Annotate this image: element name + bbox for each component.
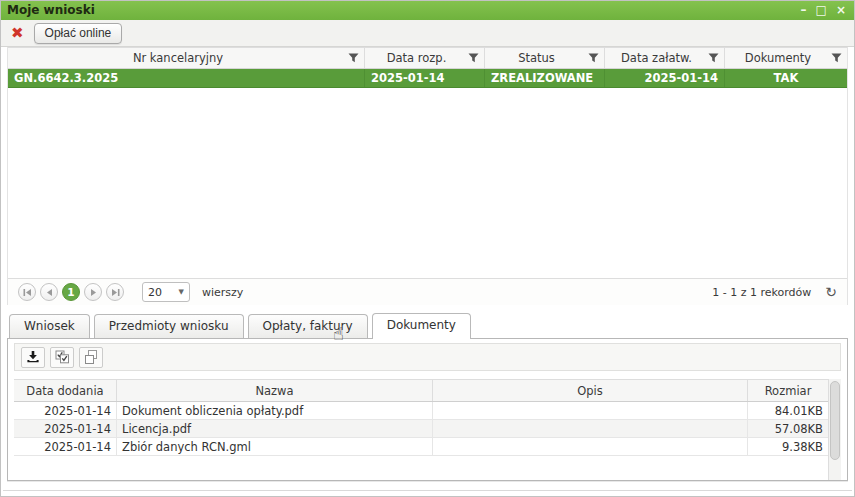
cell-data-rozp: 2025-01-14 bbox=[365, 69, 485, 87]
requests-grid-header: Nr kancelaryjny Data rozp. Status Data z… bbox=[8, 47, 847, 69]
filter-icon[interactable] bbox=[348, 53, 359, 63]
grid-empty-area bbox=[8, 88, 847, 278]
window-title: Moje wnioski bbox=[7, 1, 95, 20]
mouse-cursor-icon: ☝ bbox=[333, 323, 344, 344]
download-icon bbox=[26, 350, 40, 364]
document-row[interactable]: 2025-01-14 Licencja.pdf 57.08KB bbox=[14, 420, 828, 438]
documents-table: Data dodania Nazwa Opis Rozmiar 2025-01-… bbox=[14, 379, 841, 480]
doc-date: 2025-01-14 bbox=[14, 438, 117, 455]
documents-scrollbar[interactable] bbox=[828, 379, 841, 480]
requests-grid: Nr kancelaryjny Data rozp. Status Data z… bbox=[7, 47, 848, 305]
column-header-data-rozp[interactable]: Data rozp. bbox=[365, 48, 485, 68]
close-icon[interactable]: × bbox=[836, 2, 846, 19]
column-header-status[interactable]: Status bbox=[485, 48, 605, 68]
refresh-icon[interactable]: ↻ bbox=[825, 285, 837, 299]
doc-name: Zbiór danych RCN.gml bbox=[117, 438, 433, 455]
maximize-icon[interactable]: □ bbox=[816, 2, 827, 19]
column-header-nazwa[interactable]: Nazwa bbox=[117, 380, 433, 401]
request-row-selected[interactable]: GN.6642.3.2025 2025-01-14 ZREALIZOWANE 2… bbox=[8, 69, 847, 88]
records-count: 1 - 1 z 1 rekordów bbox=[712, 286, 811, 299]
document-row[interactable]: 2025-01-14 Dokument obliczenia opłaty.pd… bbox=[14, 402, 828, 420]
doc-desc bbox=[433, 420, 748, 437]
last-page-button[interactable] bbox=[106, 283, 124, 301]
documents-table-header: Data dodania Nazwa Opis Rozmiar bbox=[14, 379, 828, 402]
filter-icon[interactable] bbox=[468, 53, 479, 63]
column-header-rozmiar[interactable]: Rozmiar bbox=[748, 380, 828, 401]
doc-name: Dokument obliczenia opłaty.pdf bbox=[117, 402, 433, 419]
rows-label: wierszy bbox=[202, 286, 243, 299]
copy-button[interactable] bbox=[79, 347, 103, 368]
window-bottom-border bbox=[3, 490, 852, 496]
window-controls: – □ × bbox=[801, 2, 846, 19]
titlebar: Moje wnioski – □ × bbox=[1, 1, 854, 20]
tab-wniosek[interactable]: Wniosek bbox=[9, 314, 90, 338]
select-all-button[interactable] bbox=[50, 347, 74, 368]
chevron-down-icon: ▼ bbox=[179, 288, 184, 296]
copy-icon bbox=[84, 350, 98, 364]
filter-icon[interactable] bbox=[588, 53, 599, 63]
main-toolbar: ✖ Opłać online bbox=[1, 20, 854, 47]
doc-size: 84.01KB bbox=[748, 402, 828, 419]
cell-dokumenty: TAK bbox=[725, 69, 847, 87]
tab-oplaty-faktury[interactable]: Opłaty, faktury bbox=[248, 314, 368, 338]
prev-page-button[interactable] bbox=[40, 283, 58, 301]
filter-icon[interactable] bbox=[708, 53, 719, 63]
doc-date: 2025-01-14 bbox=[14, 420, 117, 437]
detail-tabs: Wniosek Przedmioty wniosku Opłaty, faktu… bbox=[1, 305, 854, 338]
next-page-button[interactable] bbox=[84, 283, 102, 301]
moje-wnioski-window: Moje wnioski – □ × ✖ Opłać online Nr kan… bbox=[0, 0, 855, 497]
current-page-button[interactable]: 1 bbox=[62, 283, 80, 301]
page-size-value: 20 bbox=[148, 286, 175, 299]
column-header-opis[interactable]: Opis bbox=[433, 380, 748, 401]
pay-online-button[interactable]: Opłać online bbox=[34, 23, 123, 44]
filter-icon[interactable] bbox=[831, 53, 842, 63]
scrollbar-thumb[interactable] bbox=[830, 381, 840, 460]
doc-date: 2025-01-14 bbox=[14, 402, 117, 419]
column-header-dokumenty[interactable]: Dokumenty bbox=[725, 48, 847, 68]
column-header-data-zalatw[interactable]: Data załatw. bbox=[605, 48, 725, 68]
column-header-nr-kancelaryjny[interactable]: Nr kancelaryjny bbox=[8, 48, 365, 68]
doc-name: Licencja.pdf bbox=[117, 420, 433, 437]
download-button[interactable] bbox=[21, 347, 45, 368]
pagination-bar: 1 20 ▼ wierszy 1 - 1 z 1 rekordów ↻ bbox=[8, 278, 847, 305]
tab-dokumenty[interactable]: Dokumenty bbox=[372, 313, 471, 339]
cell-nr-kancelaryjny: GN.6642.3.2025 bbox=[8, 69, 365, 87]
doc-desc bbox=[433, 438, 748, 455]
cell-data-zalatw: 2025-01-14 bbox=[605, 69, 725, 87]
document-row[interactable]: 2025-01-14 Zbiór danych RCN.gml 9.38KB bbox=[14, 438, 828, 456]
checkboxes-icon bbox=[55, 350, 70, 364]
tab-przedmioty-wniosku[interactable]: Przedmioty wniosku bbox=[94, 314, 244, 338]
doc-size: 9.38KB bbox=[748, 438, 828, 455]
close-window-icon[interactable]: ✖ bbox=[11, 26, 24, 41]
first-page-button[interactable] bbox=[18, 283, 36, 301]
window-bottom-frame bbox=[7, 481, 848, 490]
column-header-data-dodania[interactable]: Data dodania bbox=[14, 380, 117, 401]
minimize-icon[interactable]: – bbox=[801, 2, 807, 19]
doc-size: 57.08KB bbox=[748, 420, 828, 437]
documents-toolbar bbox=[14, 343, 841, 371]
documents-panel: Data dodania Nazwa Opis Rozmiar 2025-01-… bbox=[7, 338, 848, 481]
documents-empty-area bbox=[14, 456, 828, 480]
page-size-dropdown[interactable]: 20 ▼ bbox=[142, 282, 190, 302]
cell-status: ZREALIZOWANE bbox=[485, 69, 605, 87]
doc-desc bbox=[433, 402, 748, 419]
